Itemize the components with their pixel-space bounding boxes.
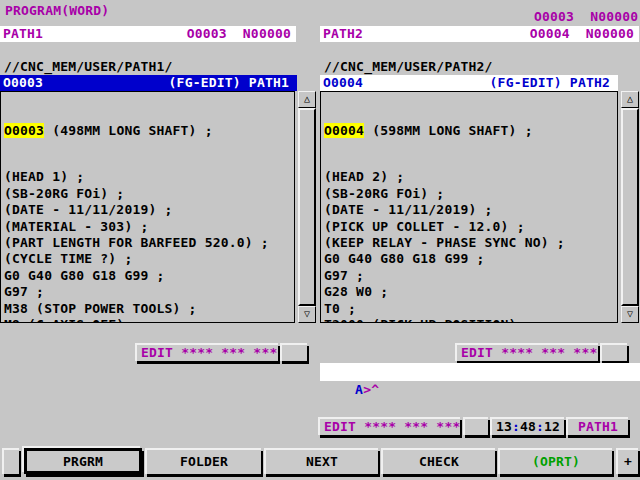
key-input-line[interactable]: A>^ [320, 363, 640, 381]
path1-directory: //CNC_MEM/USER/PATH1/ [4, 59, 173, 74]
path1-title-bar: PATH1 O0003 N00000 [0, 26, 296, 42]
softkey-folder-button[interactable]: FOLDER [145, 448, 261, 474]
path1-edit-status: (FG-EDIT) PATH1 [169, 75, 289, 91]
clock-minutes: 48 [520, 419, 536, 435]
scroll-down-icon[interactable]: ▽ [298, 306, 316, 323]
current-word-highlight: O0004 [324, 123, 364, 138]
clock: 13:48:12 [490, 417, 564, 435]
input-prompt: > [363, 382, 371, 397]
program-line: G28 W0 ; [324, 284, 617, 300]
program-line: G0 G40 G80 G18 G99 ; [324, 251, 617, 267]
program-line-current: O0003 (498MM LONG SHAFT) ; [4, 123, 294, 139]
path1-selected-program: O0003 [3, 75, 43, 91]
program-line: (DATE - 11/11/2019) ; [4, 202, 294, 218]
path2-selected-program-bar[interactable]: O0004 (FG-EDIT) PATH2 [320, 75, 618, 91]
softkey-page-right-button[interactable]: + [616, 448, 638, 474]
program-line: (PICK UP COLLET - 12.0) ; [324, 219, 617, 235]
program-line: (HEAD 1) ; [4, 169, 294, 185]
path2-title-bar: PATH2 O0004 N00000 [320, 26, 639, 42]
program-line: M9 (C AXIS OFF) ; [4, 317, 294, 323]
screen-title: PROGRAM(WORD) [5, 3, 109, 18]
active-path-indicator: PATH1 [566, 417, 628, 435]
path1-program-number: O0003 N00000 [187, 26, 291, 42]
softkey-next-button[interactable]: NEXT [264, 448, 378, 474]
program-line: (SB-20RG FOi) ; [324, 186, 617, 202]
path1-label: PATH1 [3, 26, 43, 42]
program-line: G0 G40 G80 G18 G99 ; [4, 268, 294, 284]
program-line: (KEEP RELAY - PHASE SYNC NO) ; [324, 235, 617, 251]
path2-label: PATH2 [323, 26, 363, 42]
bottom-mode-indicator: EDIT **** *** *** [318, 417, 460, 435]
path2-program-number: O0004 N00000 [530, 26, 634, 42]
input-address: A [355, 382, 363, 397]
program-line: (PART LENGTH FOR BARFEED 520.0) ; [4, 235, 294, 251]
program-line-current: O0004 (598MM LONG SHAFT) ; [324, 123, 617, 139]
program-line: (SB-20RG FOi) ; [4, 186, 294, 202]
program-line: G97 ; [4, 284, 294, 300]
scroll-down-icon[interactable]: ▽ [621, 306, 639, 323]
clock-separator: : [512, 419, 520, 435]
input-cursor: ^ [371, 382, 379, 397]
path2-program-listing[interactable]: O0004 (598MM LONG SHAFT) ; (HEAD 2) ;(SB… [320, 91, 618, 323]
scrollbar-thumb[interactable] [298, 108, 316, 306]
softkey-check-button[interactable]: CHECK [381, 448, 495, 474]
path2-scrollbar[interactable]: △ ▽ [621, 91, 639, 323]
bottom-status-extension [463, 417, 488, 435]
clock-seconds: 12 [544, 419, 560, 435]
program-line: (DATE - 11/11/2019) ; [324, 202, 617, 218]
scrollbar-thumb[interactable] [621, 108, 639, 306]
program-line: M38 (STOP POWER TOOLS) ; [4, 301, 294, 317]
active-program-number: O0003 N00000 [534, 9, 638, 24]
path1-program-listing[interactable]: O0003 (498MM LONG SHAFT) ; (HEAD 1) ;(SB… [0, 91, 295, 323]
path1-mode-indicator: EDIT **** *** *** [135, 343, 278, 361]
clock-hours: 13 [496, 419, 512, 435]
current-word-highlight: O0003 [4, 123, 44, 138]
scroll-up-icon[interactable]: △ [298, 91, 316, 108]
cnc-program-screen: PROGRAM(WORD) O0003 N00000 PATH1 O0003 N… [0, 0, 640, 480]
scroll-up-icon[interactable]: △ [621, 91, 639, 108]
clock-separator: : [536, 419, 544, 435]
program-line: (MATERIAL - 303) ; [4, 219, 294, 235]
program-line: (HEAD 2) ; [324, 169, 617, 185]
program-line: T2000 (PICK-UP POSITION) ; [324, 317, 617, 323]
program-line: G97 ; [324, 268, 617, 284]
path2-mode-extension [600, 343, 627, 361]
softkey-oprt-button[interactable]: (OPRT) [498, 448, 612, 474]
path2-selected-program: O0004 [323, 75, 363, 91]
path2-mode-indicator: EDIT **** *** *** [455, 343, 598, 361]
program-line: (CYCLE TIME ?) ; [4, 251, 294, 267]
softkey-page-left-button[interactable] [2, 448, 19, 474]
path2-directory: //CNC_MEM/USER/PATH2/ [324, 59, 493, 74]
program-line: T0 ; [324, 301, 617, 317]
path2-edit-status: (FG-EDIT) PATH2 [490, 75, 610, 91]
path1-scrollbar[interactable]: △ ▽ [298, 91, 316, 323]
path1-selected-program-bar[interactable]: O0003 (FG-EDIT) PATH1 [0, 75, 297, 91]
path1-mode-extension [280, 343, 307, 361]
softkey-prgrm-button[interactable]: PRGRM [24, 448, 142, 474]
